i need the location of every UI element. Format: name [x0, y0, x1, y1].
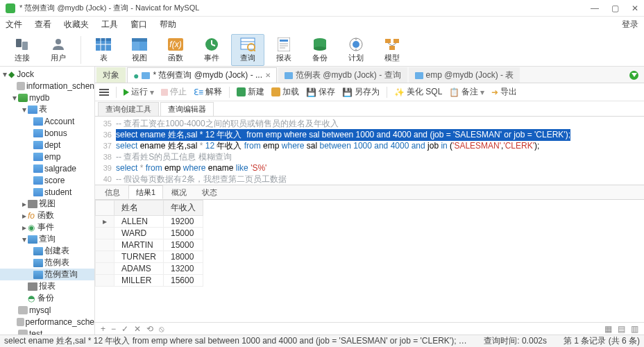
rtab-info[interactable]: 信息: [98, 185, 127, 199]
nav-delete[interactable]: −: [111, 324, 116, 334]
subtab-builder[interactable]: 查询创建工具: [98, 102, 159, 116]
menu-fav[interactable]: 收藏夹: [64, 19, 89, 31]
view-form-icon[interactable]: ▤: [618, 324, 625, 334]
close-button[interactable]: ✕: [632, 3, 638, 13]
svg-rect-33: [385, 39, 391, 43]
subtab-editor[interactable]: 查询编辑器: [160, 102, 214, 116]
status-query: select ename 姓名,sal * 12 年收入 from emp wh…: [4, 335, 467, 347]
tab-query1[interactable]: ●* 范例查询 @mydb (Jock) - ...✕: [127, 67, 277, 83]
load-button[interactable]: 加载: [271, 86, 299, 98]
export-icon: ➜: [491, 87, 498, 97]
sql-editor[interactable]: 35-- 查看工资在1000-4000之间的职员或销售员的姓名及年收入 36se…: [95, 117, 644, 185]
tree-table[interactable]: Account: [0, 115, 94, 127]
tool-event[interactable]: 事件: [195, 34, 228, 66]
view-grid-icon[interactable]: ▦: [604, 324, 612, 334]
tool-schedule[interactable]: 计划: [339, 34, 373, 66]
col-header[interactable]: 姓名: [115, 201, 164, 216]
table-row: ▸ALLEN19200: [96, 216, 203, 228]
svg-rect-35: [389, 46, 395, 50]
svg-line-36: [388, 43, 392, 46]
new-button[interactable]: 新建: [237, 86, 264, 98]
nav-cancel[interactable]: ✕: [134, 324, 141, 334]
tab-dropdown[interactable]: [624, 67, 644, 83]
beautify-button[interactable]: ✨美化 SQL: [394, 86, 442, 98]
menu-icon[interactable]: [99, 89, 109, 96]
connection-tree: ▾◆ Jock information_schen ▾mydb ▾表 Accou…: [0, 67, 95, 335]
tree-query[interactable]: 创建表: [0, 245, 94, 257]
tree-db[interactable]: performance_sche: [0, 316, 94, 328]
rtab-result1[interactable]: 结果1: [128, 185, 163, 199]
save-button[interactable]: 💾保存: [306, 86, 335, 98]
tree-db[interactable]: information_schen: [0, 80, 94, 92]
menu-file[interactable]: 文件: [6, 19, 22, 31]
tool-model[interactable]: 模型: [375, 34, 409, 66]
rtab-status[interactable]: 状态: [195, 185, 224, 199]
stop-button[interactable]: 停止: [161, 86, 187, 98]
login-link[interactable]: 登录: [622, 19, 638, 31]
tree-group-tables[interactable]: ▾表: [0, 103, 94, 115]
nav-add[interactable]: +: [101, 324, 105, 334]
result-grid[interactable]: 姓名年收入 ▸ALLEN19200 WARD15000 MARTIN15000 …: [95, 200, 644, 322]
menu-tools[interactable]: 工具: [101, 19, 118, 31]
tree-group-reports[interactable]: 报表: [0, 280, 94, 292]
tree-db-mydb[interactable]: ▾mydb: [0, 92, 94, 103]
tree-table[interactable]: student: [0, 186, 94, 198]
note-icon: 📋: [449, 87, 459, 97]
tool-connect[interactable]: 连接: [6, 34, 39, 66]
explain-button[interactable]: Ɛ≡解释: [194, 86, 222, 98]
query-subtabs: 查询创建工具 查询编辑器: [95, 101, 644, 117]
svg-line-37: [392, 43, 396, 46]
tree-db[interactable]: mysql: [0, 304, 94, 316]
note-button[interactable]: 📋备注▾: [449, 86, 484, 98]
tree-group-backups[interactable]: ◓备份: [0, 292, 94, 304]
tree-group-views[interactable]: ▸视图: [0, 198, 94, 210]
menu-help[interactable]: 帮助: [160, 19, 176, 31]
svg-rect-10: [132, 42, 139, 51]
saveas-button[interactable]: 💾另存为: [342, 86, 380, 98]
tab-table[interactable]: emp @mydb (Jock) - 表: [409, 67, 520, 83]
view-memo-icon[interactable]: ▥: [631, 324, 638, 334]
tree-query[interactable]: 范例表: [0, 257, 94, 269]
nav-refresh[interactable]: ⟲: [146, 324, 153, 334]
tree-table[interactable]: emp: [0, 151, 94, 162]
tree-connection[interactable]: ▾◆ Jock: [0, 68, 94, 80]
menubar: 文件 查看 收藏夹 工具 窗口 帮助 登录: [0, 17, 644, 32]
col-header[interactable]: 年收入: [164, 201, 203, 216]
run-button[interactable]: 运行▾: [124, 86, 154, 98]
tool-report[interactable]: 报表: [267, 34, 300, 66]
nav-stop[interactable]: ⦸: [159, 324, 164, 334]
table-row: WARD15000: [96, 228, 203, 239]
svg-rect-1: [22, 42, 28, 50]
export-button[interactable]: ➜导出: [491, 86, 517, 98]
tool-function[interactable]: f(x)函数: [159, 34, 192, 66]
menu-view[interactable]: 查看: [35, 19, 51, 31]
tool-query[interactable]: 查询: [231, 34, 264, 66]
new-icon: [237, 87, 246, 96]
tree-group-queries[interactable]: ▾查询: [0, 233, 94, 245]
nav-commit[interactable]: ✓: [121, 324, 128, 334]
menu-window[interactable]: 窗口: [130, 19, 147, 31]
tree-group-events[interactable]: ▸◉事件: [0, 221, 94, 233]
tool-backup[interactable]: 备份: [303, 34, 337, 66]
stop-icon: [161, 89, 168, 96]
rtab-profile[interactable]: 概况: [164, 185, 194, 199]
content-area: 对象 ●* 范例查询 @mydb (Jock) - ...✕ 范例表 @mydb…: [95, 67, 644, 335]
svg-text:f(x): f(x): [169, 40, 181, 49]
tool-view[interactable]: 视图: [123, 34, 156, 66]
tree-query-selected[interactable]: 范例查询: [0, 269, 94, 280]
table-row: ADAMS13200: [96, 263, 203, 275]
tree-group-functions[interactable]: ▸fo函数: [0, 210, 94, 221]
tool-user[interactable]: 用户: [42, 34, 75, 66]
tab-query2[interactable]: 范例表 @mydb (Jock) - 查询: [278, 67, 407, 83]
tree-table[interactable]: score: [0, 174, 94, 186]
minimize-button[interactable]: —: [591, 3, 599, 13]
tree-table[interactable]: bonus: [0, 127, 94, 139]
tab-dropdown-icon: [629, 71, 638, 80]
tree-table[interactable]: dept: [0, 139, 94, 151]
tree-db[interactable]: test: [0, 328, 94, 335]
tab-objects[interactable]: 对象: [96, 67, 126, 83]
maximize-button[interactable]: ▢: [611, 3, 619, 13]
tool-table[interactable]: 表: [87, 34, 120, 66]
window-title: * 范例查询 @mydb (Jock) - 查询 - Navicat for M…: [19, 3, 591, 13]
tree-table[interactable]: salgrade: [0, 162, 94, 174]
